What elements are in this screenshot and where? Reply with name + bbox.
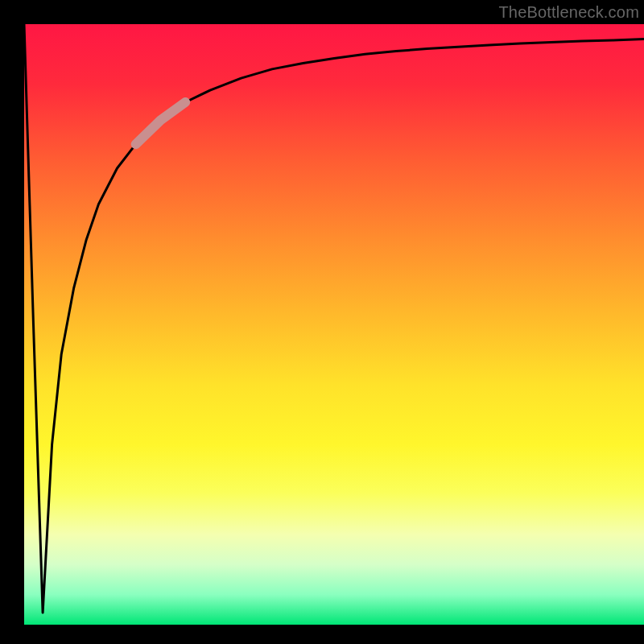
attribution-text: TheBottleneck.com bbox=[498, 3, 639, 22]
bottleneck-curve bbox=[24, 24, 644, 613]
chart-frame: TheBottleneck.com bbox=[0, 0, 644, 644]
plot-area bbox=[24, 24, 644, 625]
curve-svg bbox=[24, 24, 644, 625]
curve-highlight bbox=[136, 102, 186, 144]
